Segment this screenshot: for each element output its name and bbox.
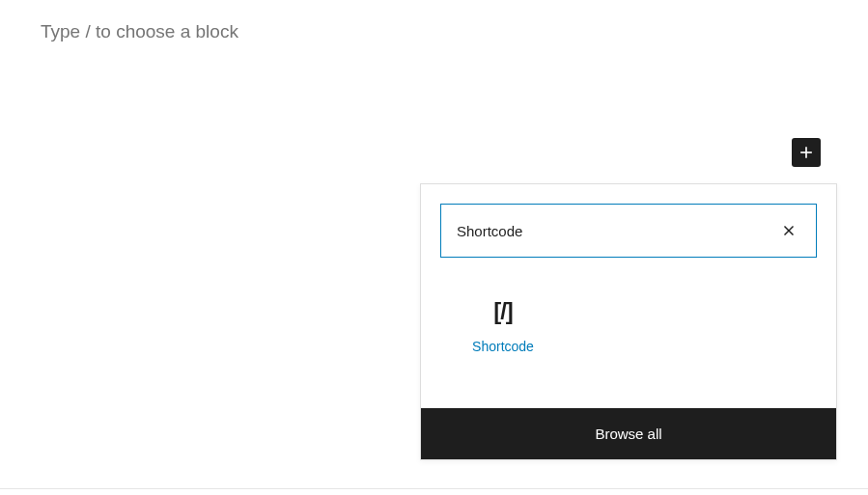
clear-search-button[interactable] (777, 219, 800, 242)
browse-all-button[interactable]: Browse all (421, 408, 836, 459)
block-placeholder-prompt[interactable]: Type / to choose a block (41, 21, 238, 42)
add-block-button[interactable] (792, 138, 821, 167)
block-search-input[interactable] (457, 223, 777, 239)
plus-icon (797, 143, 816, 162)
search-field-container (440, 204, 817, 258)
block-type-shortcode[interactable]: [/] Shortcode (440, 283, 566, 370)
close-icon (780, 222, 798, 239)
search-wrapper (421, 184, 836, 273)
block-type-label: Shortcode (472, 339, 534, 354)
search-results: [/] Shortcode (421, 273, 836, 408)
shortcode-icon: [/] (493, 298, 513, 325)
block-inserter-popover: [/] Shortcode Browse all (420, 183, 837, 460)
divider (0, 488, 868, 489)
